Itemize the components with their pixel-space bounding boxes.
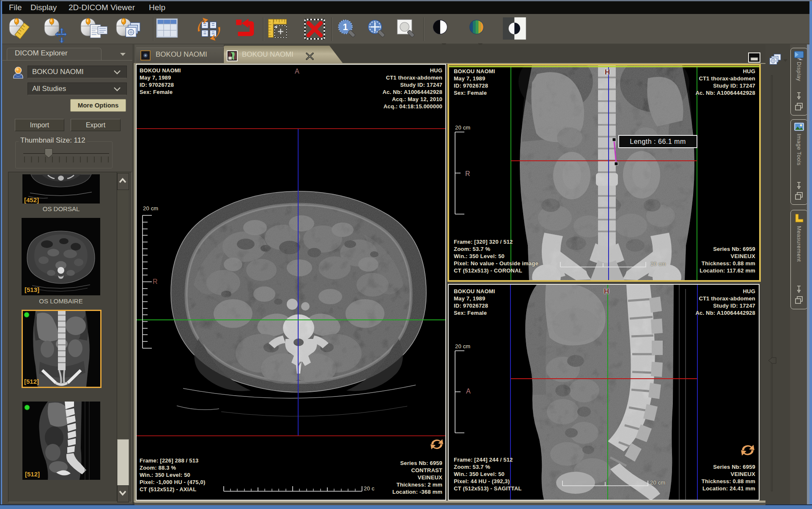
svg-text:1: 1 (343, 22, 348, 32)
